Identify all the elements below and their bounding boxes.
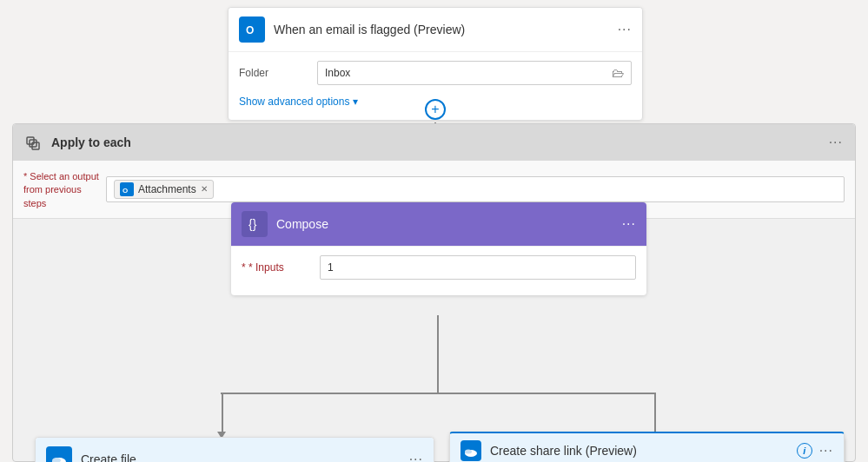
connector-right-down: [654, 393, 656, 436]
apply-each-header: Apply to each ···: [13, 124, 855, 161]
create-file-header: Create file ···: [36, 438, 434, 462]
compose-card-menu[interactable]: ···: [622, 216, 636, 232]
compose-card: {} Compose ··· * Inputs 1: [231, 202, 646, 295]
compose-icon: {}: [242, 211, 268, 237]
inputs-input[interactable]: 1: [320, 255, 636, 280]
info-icon[interactable]: i: [797, 443, 812, 459]
compose-card-body: * Inputs 1: [231, 247, 646, 295]
svg-text:O: O: [123, 187, 128, 195]
select-output-label: * Select an output from previous steps: [23, 169, 106, 209]
create-file-menu[interactable]: ···: [409, 452, 423, 462]
create-file-title: Create file: [81, 452, 409, 462]
folder-input[interactable]: Inbox 🗁: [317, 61, 632, 85]
onedrive-icon-3: [461, 440, 481, 461]
select-output-input[interactable]: O Attachments ✕: [106, 176, 845, 202]
folder-browse-icon[interactable]: 🗁: [612, 66, 624, 80]
compose-card-header: {} Compose ···: [231, 202, 646, 247]
create-file-card: Create file ··· * Folder Path /Attachmen…: [35, 437, 434, 462]
folder-label: Folder: [239, 67, 317, 79]
connector-branch-h: [221, 393, 655, 394]
compose-card-title: Compose: [276, 217, 622, 231]
apply-each-menu[interactable]: ···: [829, 135, 843, 150]
create-share-link-menu[interactable]: ···: [819, 443, 833, 459]
chip-close-btn[interactable]: ✕: [201, 184, 208, 194]
inputs-row: * Inputs 1: [242, 255, 636, 280]
connector-compose-down: [437, 315, 439, 393]
folder-row: Folder Inbox 🗁: [239, 61, 632, 85]
trigger-card-menu[interactable]: ···: [618, 22, 632, 37]
chip-outlook-icon: O: [120, 182, 134, 196]
svg-point-17: [465, 450, 472, 454]
onedrive-icon-1: [46, 446, 72, 462]
outlook-icon: O: [239, 16, 265, 43]
create-share-link-header: Create share link (Preview) i ···: [450, 433, 844, 462]
chevron-down-icon: ▾: [353, 96, 358, 108]
apply-each-title: Apply to each: [51, 135, 829, 149]
create-share-link-title: Create share link (Preview): [490, 444, 797, 458]
trigger-card-header: O When an email is flagged (Preview) ···: [229, 8, 642, 52]
attachments-chip[interactable]: O Attachments ✕: [114, 180, 214, 199]
create-share-link-card: Create share link (Preview) i ···: [449, 432, 845, 462]
apply-each-icon: [25, 133, 44, 152]
inputs-label: * Inputs: [242, 261, 320, 274]
connector-left-down: [222, 393, 223, 436]
svg-text:{}: {}: [248, 217, 257, 231]
trigger-card-title: When an email is flagged (Preview): [274, 23, 618, 36]
svg-text:O: O: [246, 24, 254, 36]
add-step-btn-1[interactable]: +: [425, 99, 446, 120]
svg-rect-3: [30, 140, 36, 147]
apply-each-container: Apply to each ··· * Select an output fro…: [12, 123, 856, 462]
